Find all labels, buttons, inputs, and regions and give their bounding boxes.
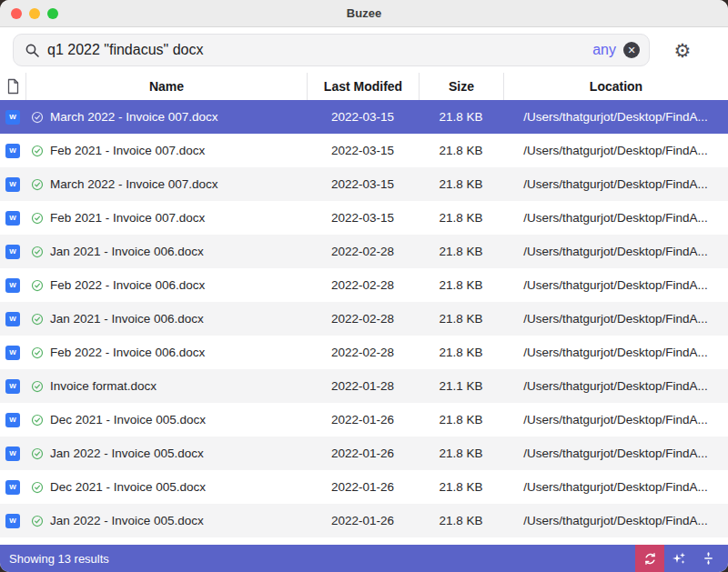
file-name: Dec 2021 - Invoice 005.docx [50,413,206,426]
word-file-icon: W [5,346,20,360]
word-file-icon: W [5,211,20,226]
file-name: Feb 2021 - Invoice 007.docx [50,144,205,157]
file-name: March 2022 - Invoice 007.docx [50,110,218,124]
check-circle-icon [31,380,44,393]
file-location-cell: /Users/thatgurjot/Desktop/FindA... [503,278,728,292]
word-file-icon: W [5,144,20,158]
column-header-file-type[interactable] [0,73,25,100]
file-type-cell: W [0,413,25,427]
word-file-icon: W [5,312,20,326]
modified-date-cell: 2022-03-15 [307,144,419,157]
document-icon [6,78,20,95]
table-row[interactable]: W Feb 2021 - Invoice 007.docx 2022-03-15… [0,134,728,167]
file-name-cell: Feb 2021 - Invoice 007.docx [25,144,307,157]
word-file-icon: W [5,413,20,427]
file-name-cell: Dec 2021 - Invoice 005.docx [25,480,307,494]
results-count: Showing 13 results [9,552,635,566]
file-name: Invoice format.docx [50,379,157,393]
search-filter-type[interactable]: any [592,42,616,58]
table-row[interactable]: W Feb 2022 - Invoice 006.docx 2022-02-28… [0,268,728,302]
table-row[interactable]: W Dec 2021 - Invoice 005.docx 2022-01-26… [0,403,728,437]
sparkles-icon [672,551,686,566]
table-row[interactable]: W March 2022 - Invoice 007.docx 2022-03-… [0,100,728,134]
table-row[interactable]: W March 2022 - Invoice 007.docx 2022-03-… [0,167,728,201]
file-type-cell: W [0,110,25,125]
minimize-window-button[interactable] [29,8,40,19]
check-circle-icon [31,481,44,494]
gear-icon[interactable]: ⚙ [674,41,692,60]
column-header-modified[interactable]: Last Modifed [307,73,419,100]
check-circle-icon [31,178,44,191]
file-size-cell: 21.8 KB [419,177,503,191]
modified-date-cell: 2022-02-28 [307,245,419,258]
refresh-button[interactable] [635,545,664,572]
clear-search-icon[interactable]: ✕ [623,42,640,58]
file-name-cell: Feb 2021 - Invoice 007.docx [25,211,307,225]
file-name: Feb 2022 - Invoice 006.docx [50,346,205,359]
search-box[interactable]: any ✕ [13,34,650,66]
window-title: Buzee [0,6,728,20]
file-size-cell: 21.8 KB [419,346,503,359]
table-row[interactable]: W Feb 2022 - Invoice 006.docx 2022-02-28… [0,336,728,369]
file-location-cell: /Users/thatgurjot/Desktop/FindA... [503,480,728,494]
file-location-cell: /Users/thatgurjot/Desktop/FindA... [503,144,728,157]
table-row[interactable]: W Jan 2021 - Invoice 006.docx 2022-02-28… [0,302,728,336]
file-name-cell: Invoice format.docx [25,379,307,393]
file-type-cell: W [0,514,25,528]
table-row[interactable]: W Invoice format.docx 2022-01-28 21.1 KB… [0,369,728,403]
file-name-cell: Feb 2022 - Invoice 006.docx [25,346,307,359]
file-name: Jan 2021 - Invoice 006.docx [50,245,204,258]
results-table: Name Last Modifed Size Location W March … [0,73,728,540]
file-name: Dec 2021 - Invoice 005.docx [50,480,206,494]
column-header-name[interactable]: Name [25,73,307,100]
column-header-size[interactable]: Size [419,73,503,100]
check-circle-icon [31,212,44,225]
file-type-cell: W [0,346,25,360]
file-name-cell: Jan 2022 - Invoice 005.docx [25,447,307,460]
file-size-cell: 21.8 KB [419,447,503,460]
column-header-location[interactable]: Location [503,73,728,100]
table-row[interactable]: W Dec 2021 - Invoice 005.docx 2022-01-26… [0,470,728,504]
file-name-cell: March 2022 - Invoice 007.docx [25,110,307,124]
file-location-cell: /Users/thatgurjot/Desktop/FindA... [503,413,728,426]
file-type-cell: W [0,447,25,461]
close-window-button[interactable] [11,8,22,19]
settings-area: ⚙ [650,41,715,60]
word-file-icon: W [5,514,20,528]
word-file-icon: W [5,447,20,461]
file-size-cell: 21.8 KB [419,144,503,157]
zoom-window-button[interactable] [47,8,58,19]
file-location-cell: /Users/thatgurjot/Desktop/FindA... [503,312,728,326]
file-location-cell: /Users/thatgurjot/Desktop/FindA... [503,211,728,225]
modified-date-cell: 2022-02-28 [307,346,419,359]
file-type-cell: W [0,278,25,293]
file-size-cell: 21.8 KB [419,312,503,326]
word-file-icon: W [5,278,20,293]
search-input[interactable] [47,42,592,58]
modified-date-cell: 2022-01-26 [307,514,419,527]
file-location-cell: /Users/thatgurjot/Desktop/FindA... [503,346,728,359]
table-row[interactable]: W Jan 2022 - Invoice 005.docx 2022-01-26… [0,437,728,470]
check-circle-icon [31,414,44,426]
status-bar: Showing 13 results [0,545,728,572]
file-location-cell: /Users/thatgurjot/Desktop/FindA... [503,177,728,191]
table-row[interactable]: W Jan 2022 - Invoice 005.docx 2022-01-26… [0,504,728,537]
sparkles-button[interactable] [664,545,693,572]
collapse-vertical-button[interactable] [693,545,723,572]
check-circle-icon [31,313,44,326]
word-file-icon: W [5,379,20,394]
check-circle-icon [31,246,44,258]
word-file-icon: W [5,110,20,125]
file-location-cell: /Users/thatgurjot/Desktop/FindA... [503,514,728,527]
table-row[interactable]: W Feb 2021 - Invoice 007.docx 2022-03-15… [0,201,728,235]
app-window: Buzee any ✕ ⚙ Name Last Modifed [0,0,728,572]
file-type-cell: W [0,480,25,495]
table-row[interactable]: W Jan 2021 - Invoice 006.docx 2022-02-28… [0,235,728,268]
file-name: Feb 2021 - Invoice 007.docx [50,211,205,225]
file-name: Feb 2022 - Invoice 006.docx [50,278,205,292]
refresh-icon [643,552,657,566]
file-size-cell: 21.8 KB [419,211,503,225]
word-file-icon: W [5,245,20,259]
file-size-cell: 21.8 KB [419,245,503,258]
check-circle-icon [31,279,44,292]
